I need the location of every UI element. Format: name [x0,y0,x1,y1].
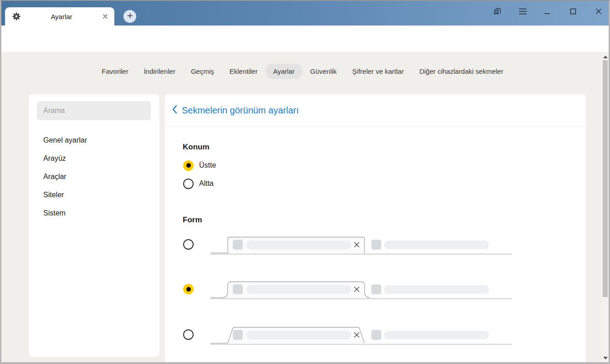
tab-shape-preview-trapezoid[interactable] [210,325,512,345]
chevron-left-icon [172,105,177,116]
vertical-scrollbar[interactable] [602,52,609,362]
scroll-down-icon[interactable] [602,354,609,361]
tab-title: Ayarlar [21,13,102,21]
back-link[interactable]: Sekmelerin görünüm ayarları [172,105,299,116]
section-title-konum: Konum [183,143,210,152]
settings-main-panel: Sekmelerin görünüm ayarları Konum Üstte … [165,94,586,362]
scrollbar-thumb[interactable] [603,60,608,297]
nav-tab-favoriler[interactable]: Favoriler [94,64,136,79]
preview-title-bar [246,285,351,294]
nav-tab-diger-cihazlar[interactable]: Diğer cihazlardaki sekmeler [411,64,511,79]
nav-tab-ayarlar[interactable]: Ayarlar [265,64,302,79]
preview-favicon [233,284,243,294]
option-ustte[interactable]: Üstte [183,160,216,171]
preview-favicon-inactive [371,330,381,340]
new-tab-button[interactable] [123,10,136,23]
section-header: Sekmelerin görünüm ayarları [165,94,586,127]
nav-tab-guvenlik[interactable]: Güvenlik [302,64,344,79]
option-altta[interactable]: Altta [183,178,214,189]
gear-icon [12,12,21,21]
menu-icon[interactable] [518,6,528,16]
nav-tab-gecmis[interactable]: Geçmiş [183,64,222,79]
bookmarks-panel-icon[interactable] [492,6,502,16]
preview-title-bar-inactive [384,285,489,294]
preview-title-bar-inactive [384,331,489,339]
scroll-up-icon[interactable] [602,53,609,60]
plus-icon [127,12,133,21]
radio-ustte[interactable] [183,160,194,171]
preview-title-bar [246,331,351,339]
section-title-form: Form [183,215,202,225]
toolbar: Y settings Ayarlar [1,26,609,52]
minimize-icon[interactable] [542,6,552,16]
settings-nav: Favoriler İndirilenler Geçmiş Eklentiler… [1,64,604,79]
preview-favicon [233,330,243,340]
preview-favicon-inactive [371,240,381,250]
tab-shape-preview-square[interactable] [210,235,512,255]
settings-page: Favoriler İndirilenler Geçmiş Eklentiler… [1,52,609,362]
browser-tab-settings[interactable]: Ayarlar [5,7,114,26]
titlebar: Ayarlar [1,1,609,26]
search-input[interactable] [37,101,151,120]
tab-shape-preview-rounded[interactable] [210,279,512,299]
preview-title-bar [246,241,351,249]
back-link-label: Sekmelerin görünüm ayarları [182,105,299,116]
sidebar-item-siteler[interactable]: Siteler [29,186,159,204]
sidebar-item-genel-ayarlar[interactable]: Genel ayarlar [29,131,159,149]
radio-form-rounded[interactable] [183,284,194,294]
nav-tab-sifreler[interactable]: Şifreler ve kartlar [344,64,411,79]
radio-form-trapezoid[interactable] [183,329,194,340]
preview-favicon-inactive [371,284,381,294]
nav-tab-eklentiler[interactable]: Eklentiler [222,64,266,79]
tab-close-icon[interactable] [102,13,108,20]
radio-form-square[interactable] [183,239,194,250]
option-altta-label: Altta [199,179,214,188]
sidebar-list: Genel ayarlar Arayüz Araçlar Siteler Sis… [29,131,159,222]
option-ustte-label: Üstte [199,161,216,169]
radio-altta[interactable] [183,179,194,189]
preview-favicon [233,240,243,250]
nav-tab-indirilenler[interactable]: İndirilenler [136,64,183,79]
sidebar-item-arayuz[interactable]: Arayüz [29,149,159,168]
sidebar-item-sistem[interactable]: Sistem [29,204,159,222]
preview-title-bar-inactive [384,241,489,249]
sidebar-item-araclar[interactable]: Araçlar [29,168,159,186]
browser-window: Ayarlar [0,0,610,364]
settings-sidebar: Genel ayarlar Arayüz Araçlar Siteler Sis… [29,94,159,357]
close-icon[interactable] [594,6,604,16]
maximize-icon[interactable] [568,6,578,16]
